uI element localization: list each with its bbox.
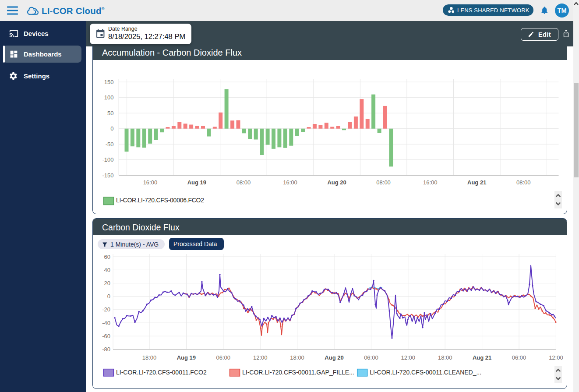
svg-text:18:00: 18:00 <box>142 354 157 361</box>
svg-text:08:00: 08:00 <box>376 179 391 186</box>
svg-text:12:00: 12:00 <box>549 354 563 361</box>
svg-text:Aug 21: Aug 21 <box>467 179 486 186</box>
svg-text:18:00: 18:00 <box>290 354 304 361</box>
svg-text:20: 20 <box>104 280 110 286</box>
svg-text:-100: -100 <box>102 156 113 163</box>
svg-text:-60: -60 <box>102 333 110 339</box>
svg-text:-50: -50 <box>106 141 114 148</box>
svg-text:100: 100 <box>104 94 114 101</box>
svg-text:06:00: 06:00 <box>216 354 231 361</box>
svg-text:06:00: 06:00 <box>364 354 378 361</box>
svg-text:08:00: 08:00 <box>237 179 251 186</box>
svg-text:150: 150 <box>104 79 114 85</box>
svg-text:08:00: 08:00 <box>516 179 531 186</box>
svg-text:-150: -150 <box>102 172 113 179</box>
svg-text:0: 0 <box>110 125 113 132</box>
svg-text:LI-COR.LI-720.CFS-00006.FCO2: LI-COR.LI-720.CFS-00006.FCO2 <box>116 197 204 204</box>
svg-text:60: 60 <box>104 254 110 260</box>
svg-text:40: 40 <box>104 267 110 273</box>
svg-text:0: 0 <box>107 293 110 300</box>
svg-text:LI-COR.LI-720.CFS-00011.FCO2: LI-COR.LI-720.CFS-00011.FCO2 <box>116 369 207 376</box>
svg-text:12:00: 12:00 <box>253 354 268 361</box>
svg-text:12:00: 12:00 <box>401 354 416 361</box>
svg-text:Aug 20: Aug 20 <box>327 179 346 186</box>
svg-text:06:00: 06:00 <box>512 354 526 361</box>
svg-text:16:00: 16:00 <box>143 179 158 186</box>
svg-text:LI-COR.LI-720.CFS-00011.GAP_FI: LI-COR.LI-720.CFS-00011.GAP_FILLE... <box>242 369 354 376</box>
svg-text:50: 50 <box>107 110 113 117</box>
svg-text:16:00: 16:00 <box>423 179 438 186</box>
svg-text:LI-COR.LI-720.CFS-00011.CLEANE: LI-COR.LI-720.CFS-00011.CLEANED_... <box>370 369 481 376</box>
svg-text:Aug 19: Aug 19 <box>177 354 196 361</box>
svg-text:18:00: 18:00 <box>438 354 452 361</box>
svg-text:Aug 21: Aug 21 <box>473 354 491 361</box>
svg-text:16:00: 16:00 <box>283 179 297 186</box>
svg-text:-40: -40 <box>102 320 110 326</box>
svg-text:-80: -80 <box>102 346 110 353</box>
svg-text:Aug 19: Aug 19 <box>187 179 206 186</box>
svg-text:Aug 20: Aug 20 <box>325 354 343 361</box>
svg-text:-20: -20 <box>102 306 110 313</box>
